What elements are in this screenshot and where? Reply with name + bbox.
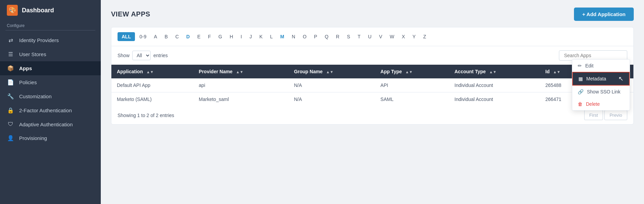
entries-select[interactable]: All 10 25 50 [132, 51, 151, 60]
alpha-filter-b[interactable]: B [162, 32, 171, 41]
dropdown-ssolink-item[interactable]: 🔗 Show SSO Link [572, 86, 630, 98]
prev-page-button[interactable]: Previo [604, 110, 627, 120]
cell-account-type: Individual Account [449, 78, 540, 92]
table-row: Marketo (SAML) Marketo_saml N/A SAML Ind… [111, 92, 633, 106]
show-entries-control: Show All 10 25 50 entries [118, 51, 168, 60]
sso-link-icon: 🔗 [578, 89, 584, 94]
alpha-filter-i[interactable]: I [237, 32, 245, 41]
sidebar-item-label: Apps [19, 65, 32, 71]
sidebar-item-customization[interactable]: 🔧 Customization [0, 89, 101, 103]
first-page-button[interactable]: First [584, 110, 603, 120]
sidebar-item-provisioning[interactable]: 👤 Provisioning [0, 131, 101, 145]
dropdown-delete-label: Delete [586, 101, 600, 107]
alpha-filter-k[interactable]: K [256, 32, 265, 41]
sidebar-item-label: User Stores [19, 51, 46, 57]
alpha-filter-t[interactable]: T [355, 32, 364, 41]
policies-icon: 📄 [7, 79, 14, 86]
alpha-filter-g[interactable]: G [215, 32, 225, 41]
dropdown-edit-item[interactable]: ✏ Edit [572, 60, 630, 72]
alpha-filter-bar: ALL 0-9 A B C D E F G H I J K L M N O P … [111, 27, 633, 46]
sidebar: 🎨 Dashboard Configure ⇄ Identity Provide… [0, 0, 101, 204]
alpha-filter-o[interactable]: O [300, 32, 310, 41]
sort-provider-icon[interactable]: ▲▼ [236, 70, 244, 74]
sort-apptype-icon[interactable]: ▲▼ [405, 70, 413, 74]
identity-providers-icon: ⇄ [7, 37, 14, 43]
dropdown-metadata-item[interactable]: ▦ Metadata ↖ [572, 72, 630, 86]
controls-row: Show All 10 25 50 entries [111, 46, 633, 65]
sidebar-item-policies[interactable]: 📄 Policies [0, 75, 101, 89]
col-application: Application ▲▼ [111, 65, 193, 78]
alpha-filter-m[interactable]: M [277, 32, 287, 41]
sidebar-item-label: Policies [19, 79, 37, 85]
alpha-filter-j[interactable]: J [246, 32, 255, 41]
sidebar-item-user-stores[interactable]: ☰ User Stores [0, 47, 101, 61]
sort-application-icon[interactable]: ▲▼ [146, 70, 154, 74]
alpha-filter-s[interactable]: S [344, 32, 353, 41]
sidebar-item-identity-providers[interactable]: ⇄ Identity Providers [0, 33, 101, 47]
sidebar-item-adaptive-auth[interactable]: 🛡 Adaptive Authentication [0, 117, 101, 131]
showing-text: Showing 1 to 2 of 2 entries [118, 113, 174, 118]
alpha-filter-y[interactable]: Y [409, 32, 419, 41]
alpha-filter-d[interactable]: D [183, 32, 193, 41]
add-application-button[interactable]: + Add Application [574, 8, 634, 21]
alpha-filter-c[interactable]: C [172, 32, 182, 41]
cell-account-type: Individual Account [449, 92, 540, 106]
dashboard-label: Dashboard [22, 7, 54, 14]
cursor-pointer-icon: ↖ [618, 75, 624, 82]
cell-app-type: SAML [375, 92, 449, 106]
alpha-filter-e[interactable]: E [194, 32, 203, 41]
pagination-controls: First Previo [584, 110, 627, 120]
sidebar-item-label: 2-Factor Authentication [19, 107, 72, 113]
sort-group-icon[interactable]: ▲▼ [326, 70, 333, 74]
dropdown-delete-item[interactable]: 🗑 Delete [572, 98, 630, 110]
alpha-filter-u[interactable]: U [365, 32, 374, 41]
sidebar-item-2fa[interactable]: 🔒 2-Factor Authentication [0, 103, 101, 117]
cell-group-name: N/A [288, 92, 375, 106]
dashboard-icon: 🎨 [7, 5, 18, 16]
cell-application: Marketo (SAML) [111, 92, 193, 106]
sort-id-icon[interactable]: ▲▼ [553, 70, 561, 74]
alpha-filter-w[interactable]: W [387, 32, 397, 41]
delete-icon: 🗑 [578, 101, 583, 107]
footer-row: Showing 1 to 2 of 2 entries First Previo [111, 106, 633, 124]
sidebar-section-configure: Configure [0, 21, 101, 30]
show-label: Show [118, 53, 129, 58]
metadata-icon: ▦ [578, 76, 583, 81]
action-dropdown-menu: ✏ Edit ▦ Metadata ↖ 🔗 Show SSO Link 🗑 De… [572, 59, 630, 111]
dropdown-metadata-label: Metadata [586, 76, 606, 81]
cell-provider-name: Marketo_saml [193, 92, 289, 106]
table-header-row: Application ▲▼ Provider Name ▲▼ Group Na… [111, 65, 633, 78]
alpha-filter-a[interactable]: A [151, 32, 160, 41]
sidebar-item-label: Provisioning [19, 135, 47, 141]
sidebar-item-apps[interactable]: 📦 Apps [0, 61, 101, 75]
alpha-filter-v[interactable]: V [376, 32, 385, 41]
alpha-filter-09[interactable]: 0-9 [136, 32, 149, 41]
dropdown-ssolink-label: Show SSO Link [587, 89, 620, 94]
apps-table: Application ▲▼ Provider Name ▲▼ Group Na… [111, 65, 633, 106]
alpha-filter-all[interactable]: ALL [118, 32, 135, 41]
alpha-filter-l[interactable]: L [267, 32, 276, 41]
alpha-filter-r[interactable]: R [333, 32, 342, 41]
customization-icon: 🔧 [7, 93, 14, 100]
alpha-filter-h[interactable]: H [227, 32, 236, 41]
alpha-filter-p[interactable]: P [311, 32, 320, 41]
alpha-filter-q[interactable]: Q [321, 32, 331, 41]
sidebar-divider [5, 30, 95, 30]
alpha-filter-f[interactable]: F [205, 32, 214, 41]
col-account-type: Account Type ▲▼ [449, 65, 540, 78]
alpha-filter-x[interactable]: X [399, 32, 408, 41]
main-content: VIEW APPS + Add Application ALL 0-9 A B … [101, 0, 644, 204]
alpha-filter-z[interactable]: Z [420, 32, 429, 41]
sidebar-logo[interactable]: 🎨 Dashboard [0, 0, 101, 21]
sidebar-item-label: Customization [19, 93, 52, 99]
col-app-type: App Type ▲▼ [375, 65, 449, 78]
sort-accounttype-icon[interactable]: ▲▼ [489, 70, 497, 74]
table-row: Default API App api N/A API Individual A… [111, 78, 633, 92]
alpha-filter-n[interactable]: N [289, 32, 298, 41]
adaptive-auth-icon: 🛡 [7, 121, 14, 127]
sidebar-item-label: Adaptive Authentication [19, 122, 73, 127]
edit-icon: ✏ [578, 63, 582, 68]
sidebar-item-label: Identity Providers [19, 37, 59, 43]
dropdown-edit-label: Edit [585, 63, 593, 68]
user-stores-icon: ☰ [7, 51, 14, 58]
